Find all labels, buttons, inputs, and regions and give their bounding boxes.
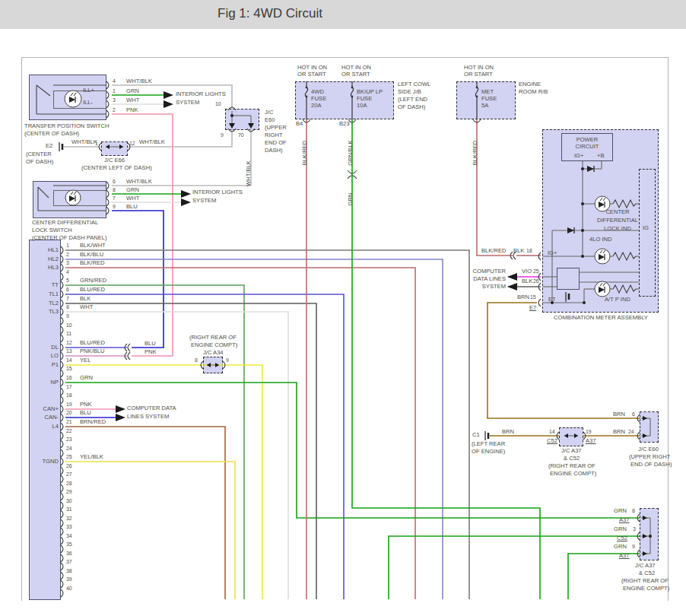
wire-color-label-vertical: BLK/RED [472,130,478,176]
wire-color-label: YEL [80,357,91,364]
ecu-pin-number: 12 [66,340,72,345]
diagram-label: 3 [113,97,116,103]
ecu-terminal-name: HL2 [0,256,59,262]
wiring-diagram-page: Fig 1: 4WD Circuit 1HL1BLK/WHT2HL2BLK/BL… [0,0,686,616]
wire-color-label: BLK/WHT [80,243,106,249]
diagram-label: SYSTEM [176,100,199,106]
diagram-label: (UPPER RIGHT [629,454,670,460]
diagram-label: 18 [526,248,532,253]
labels-layer: 1HL1BLK/WHT2HL2BLK/BLU3HL3BLK/RED45TTGRN… [0,0,686,616]
ecu-pin-number: 24 [66,446,72,451]
diagram-label: A/T P IND [605,297,630,303]
diagram-label: E60 [265,117,275,123]
ecu-pin-number: 40 [66,586,72,591]
diagram-label: ENGINE COMPT) [550,471,596,477]
diagram-label: DIFFERENTIAL [561,218,675,224]
diagram-label: 9 [632,544,635,549]
diagram-label: 8 [632,508,635,513]
diagram-label: (RIGHT REAR OF [621,578,669,584]
wire-color-label: WHT [80,304,93,310]
diagram-label: ILL- [83,100,93,106]
wire-color-label-vertical: GRN [348,176,354,222]
diagram-label: FUSE [357,96,372,102]
diagram-label: ET [548,297,556,303]
ecu-terminal-name: TL2 [0,300,59,306]
diagram-label: ENGINE COMPT) [191,342,237,348]
diagram-label: GRN [614,544,627,550]
ecu-pin-number: 34 [66,533,72,538]
diagram-label: 15 [530,294,536,300]
diagram-label: 2 [113,107,116,113]
diagram-label: CIRCUIT [530,144,644,150]
diagram-label: WHT [126,97,139,103]
wire-color-label: BLK/BLU [80,252,103,258]
diagram-label: BLU [145,341,156,347]
diagram-label: FUSE [311,96,326,102]
diagram-label: END OF DASH) [630,462,672,468]
diagram-label: C1 [472,432,480,438]
ecu-pin-number: 11 [66,331,71,336]
ecu-pin-number: 36 [66,551,72,556]
diagram-label: LOCK IND [561,226,675,232]
diagram-label: SYSTEM [192,198,216,204]
diagram-label: DASH) [265,148,283,154]
wire-color-label: GRN [80,375,93,381]
ecu-terminal-name: CAN+ [0,406,59,412]
diagram-label: IG+ [574,153,583,159]
ecu-terminal-name: TL3 [0,309,59,315]
diagram-label: HOT IN ON [341,65,371,71]
diagram-label: 1 [95,141,98,146]
diagram-label: (CENTER OF DASH) [24,131,79,137]
diagram-label: 6 [632,411,635,417]
ecu-pin-number: 5 [66,278,69,283]
diagram-label: OR START [341,71,370,78]
ecu-terminal-name: TL1 [0,291,59,297]
ecu-pin-number: 7 [66,296,69,301]
ecu-pin-number: 19 [66,402,72,407]
diagram-label: BLU [126,204,138,210]
diagram-label: 70 [238,132,244,138]
diagram-label: SYSTEM [445,284,506,290]
diagram-label: SIDE J/B [398,89,421,95]
diagram-label: +B [597,153,605,159]
diagram-label: 4LO IND [589,237,612,243]
diagram-label: OF ENGINE) [472,449,505,455]
diagram-label: INTERIOR LIGHTS [176,91,226,97]
ecu-pin-number: 27 [66,472,72,477]
wire-color-label: PNK [80,402,92,408]
ecu-pin-number: 21 [66,419,72,424]
ecu-terminal-name: CAN- [0,414,59,421]
diagram-label: VIO [522,268,532,275]
diagram-label: HOT IN ON [464,65,494,71]
ecu-pin-number: 33 [66,524,72,529]
diagram-label: BRN [502,429,514,435]
ecu-pin-number: 30 [66,498,72,503]
diagram-label: WHT [126,195,139,202]
diagram-label: (RIGHT REAR OF [548,463,595,469]
diagram-label: ROOM R/B [519,89,548,95]
ecu-pin-number: 20 [66,410,72,415]
diagram-label: J/C E66 [104,157,125,164]
diagram-label: 3 [633,526,636,532]
diagram-label: 4WD [311,89,324,95]
diagram-label: (UPPER [265,125,287,131]
diagram-label: 19 [586,429,592,434]
diagram-label: INTERIOR LIGHTS [192,189,243,195]
ecu-terminal-name: HL3 [0,265,59,271]
wire-color-label: BLK/RED [80,260,105,266]
diagram-label: COMBINATION METER ASSEMBLY [544,315,658,321]
diagram-label: (CENTER OF DASH PANEL) [32,235,107,241]
diagram-label: ENGINE COMPT) [623,586,669,592]
ecu-pin-number: 18 [66,392,72,398]
diagram-label: J/C E60 [638,446,659,452]
wire-color-label: BRN/RED [80,419,106,425]
ecu-pin-number: 4 [66,269,69,275]
diagram-label: 10A [357,103,367,109]
ecu-pin-number: 6 [66,287,69,292]
diagram-label: GRN [126,187,139,193]
diagram-label: (CENTER [26,151,52,157]
diagram-label: WHT/BLK [71,139,97,145]
diagram-label: FUSE [481,96,497,102]
diagram-label: BRN [613,429,625,435]
ecu-pin-number: 10 [66,322,72,328]
